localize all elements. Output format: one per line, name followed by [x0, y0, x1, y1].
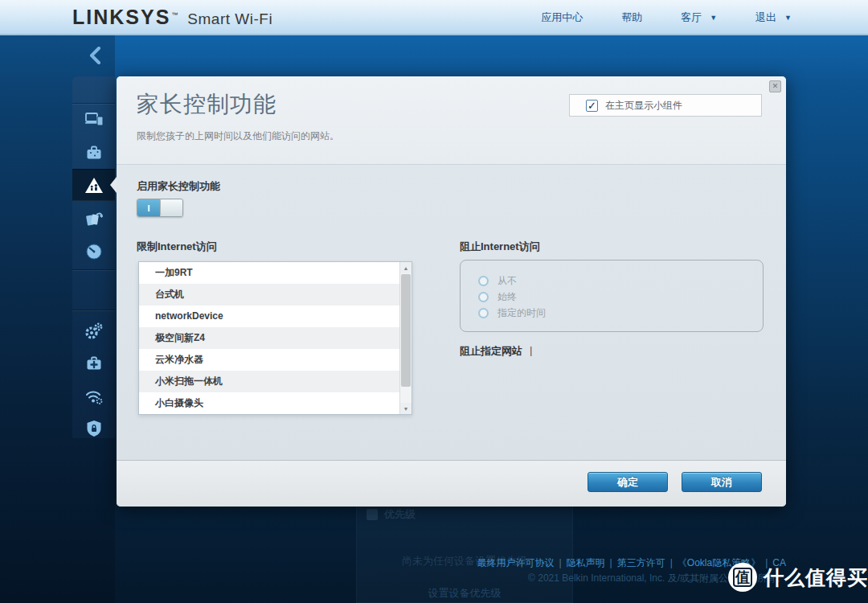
copyright-text: © 2021 Belkin International, Inc. 及/或其附属…	[0, 572, 786, 585]
dialog-subtitle: 限制您孩子的上网时间以及他们能访问的网站。	[137, 129, 339, 143]
restrict-internet-access-label: 限制Internet访问	[137, 240, 217, 254]
list-item[interactable]: networkDevice	[139, 306, 399, 327]
parental-controls-icon	[84, 177, 104, 194]
troubleshooting-icon	[85, 355, 103, 372]
background-widget-link: 设置设备优先级	[357, 586, 572, 601]
sidebar-divider	[72, 269, 115, 270]
sidebar-item-parental-controls[interactable]	[72, 169, 115, 201]
radio-icon[interactable]	[478, 276, 489, 286]
block-internet-access-label: 阻止Internet访问	[460, 240, 540, 254]
gear-icon	[84, 322, 104, 341]
sidebar-item-troubleshooting[interactable]	[72, 347, 115, 379]
sidebar-item-wireless[interactable]	[72, 380, 115, 412]
toggle-knob[interactable]	[160, 199, 182, 216]
list-item[interactable]: 极空间新Z4	[139, 327, 399, 349]
block-access-options-group: 从不 始终 指定的时间	[460, 260, 764, 332]
logo-trademark: ™	[171, 11, 178, 18]
smzdm-logo-char: 值	[733, 568, 752, 588]
link-third-party[interactable]: 第三方许可	[617, 557, 665, 568]
shield-lock-icon	[86, 420, 102, 437]
background-widget-header: 优先级	[366, 507, 416, 522]
nav-logout-dropdown[interactable]: 退出 ▼	[755, 10, 792, 25]
cancel-button[interactable]: 取消	[682, 472, 762, 492]
nav-router-name-label: 客厅	[681, 10, 702, 25]
radio-never-label: 从不	[497, 274, 517, 288]
nav-app-center-label: 应用中心	[541, 10, 583, 25]
separator: |	[559, 557, 561, 568]
radio-option-specific-times[interactable]: 指定的时间	[478, 305, 763, 321]
list-item[interactable]: 小米扫拖一体机	[139, 371, 399, 392]
dialog-title: 家长控制功能	[137, 89, 276, 120]
nav-router-name-dropdown[interactable]: 客厅 ▼	[681, 10, 717, 25]
show-widget-checkbox-row[interactable]: ✓ 在主页显示小组件	[569, 94, 762, 117]
scroll-up-icon[interactable]: ▲	[400, 262, 411, 273]
radio-always-label: 始终	[497, 290, 517, 304]
legal-links-row: 最终用户许可协议|隐私声明|第三方许可|《Ookla隐私策略》|CA	[0, 556, 786, 570]
smzdm-watermark: 值 什么值得买	[728, 563, 868, 592]
list-item[interactable]: 台式机	[139, 284, 399, 306]
link-privacy[interactable]: 隐私声明	[567, 557, 605, 568]
legal-footer: 最终用户许可协议|隐私声明|第三方许可|《Ookla隐私策略》|CA © 202…	[0, 556, 786, 585]
smzdm-logo-icon: 值	[728, 563, 757, 592]
background-widget-title: 优先级	[384, 507, 416, 522]
sidebar-item-connectivity[interactable]	[72, 315, 115, 347]
link-eula[interactable]: 最终用户许可协议	[477, 557, 554, 568]
sidebar-divider	[72, 310, 115, 310]
sidebar-item-security[interactable]	[72, 412, 115, 445]
nav-help-label: 帮助	[621, 10, 642, 25]
nav-help[interactable]: 帮助	[621, 10, 642, 25]
devices-icon	[84, 110, 104, 128]
smzdm-logo-text: 什么值得买	[764, 564, 868, 591]
media-prioritization-icon	[84, 210, 104, 228]
ok-button[interactable]: 确定	[588, 472, 668, 492]
parental-controls-toggle[interactable]: I	[137, 199, 183, 217]
parental-controls-dialog: 家长控制功能 限制您孩子的上网时间以及他们能访问的网站。 ✓ 在主页显示小组件 …	[117, 76, 786, 507]
separator: |	[610, 557, 612, 568]
radio-specific-times-label: 指定的时间	[497, 306, 546, 320]
block-specific-sites-label: 阻止指定网站 |	[460, 344, 532, 359]
checkbox-checked-icon[interactable]: ✓	[586, 100, 598, 112]
media-prioritization-icon	[366, 509, 378, 520]
guest-access-icon	[85, 144, 103, 162]
list-item[interactable]: 小白摄像头	[139, 392, 399, 414]
close-icon[interactable]: ✕	[769, 80, 781, 92]
block-sites-text: 阻止指定网站	[460, 344, 522, 359]
chevron-down-icon: ▼	[784, 14, 792, 22]
text-cursor: |	[530, 344, 532, 359]
scrollbar-thumb[interactable]	[401, 274, 411, 387]
sidebar-item-media-prioritization[interactable]	[72, 203, 115, 235]
radio-icon[interactable]	[478, 308, 489, 318]
list-item[interactable]: 云米净水器	[139, 349, 399, 371]
nav-app-center[interactable]: 应用中心	[541, 10, 583, 25]
sidebar-item-devices[interactable]	[72, 103, 115, 135]
screen: 优先级 尚未为任何设备设置优先级 设置设备优先级 LINKSYS ™ Smart…	[0, 0, 868, 603]
top-navigation: 应用中心 帮助 客厅 ▼ 退出 ▼	[541, 0, 792, 35]
chevron-left-icon	[88, 47, 101, 64]
sidebar-rail	[72, 76, 115, 438]
logo-product-text: Smart Wi-Fi	[187, 10, 272, 28]
speed-test-icon	[85, 243, 103, 260]
toggle-on-segment: I	[137, 199, 160, 216]
chevron-down-icon: ▼	[710, 14, 717, 22]
device-rows: 一加9RT 台式机 networkDevice 极空间新Z4 云米净水器 小米扫…	[139, 262, 399, 414]
separator: |	[670, 557, 673, 568]
logo-linksys-text: LINKSYS	[72, 6, 170, 29]
list-item[interactable]: 一加9RT	[139, 262, 399, 284]
radio-icon[interactable]	[478, 292, 489, 302]
sidebar-item-speed-test[interactable]	[72, 236, 115, 268]
show-widget-label: 在主页显示小组件	[605, 99, 682, 113]
nav-logout-label: 退出	[755, 10, 776, 25]
wifi-icon	[84, 388, 104, 405]
device-list: 一加9RT 台式机 networkDevice 极空间新Z4 云米净水器 小米扫…	[138, 261, 412, 415]
back-button[interactable]	[83, 43, 107, 68]
sidebar-item-guest-access[interactable]	[72, 137, 115, 169]
scroll-down-icon[interactable]: ▼	[400, 403, 411, 414]
top-header-bar: LINKSYS ™ Smart Wi-Fi 应用中心 帮助 客厅 ▼ 退出 ▼	[0, 0, 868, 35]
radio-option-always[interactable]: 始终	[478, 289, 763, 305]
device-list-scrollbar[interactable]: ▲ ▼	[399, 262, 411, 414]
enable-parental-controls-label: 启用家长控制功能	[137, 179, 220, 194]
radio-option-never[interactable]: 从不	[478, 273, 763, 289]
dialog-pointer-notch	[110, 177, 117, 193]
background-priority-widget: 优先级 尚未为任何设备设置优先级 设置设备优先级	[356, 503, 573, 603]
linksys-logo: LINKSYS ™ Smart Wi-Fi	[72, 6, 272, 29]
